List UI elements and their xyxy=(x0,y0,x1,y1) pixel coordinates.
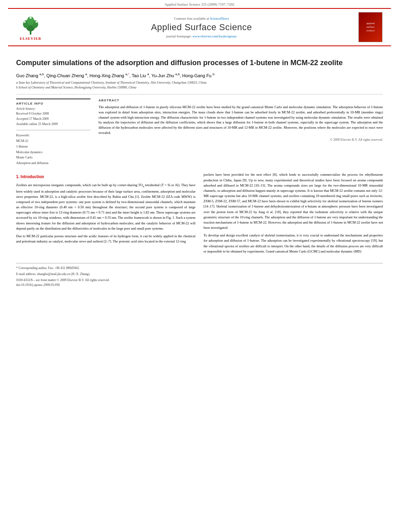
elsevier-tree-icon xyxy=(21,14,41,36)
svg-point-6 xyxy=(35,21,38,23)
keywords-list: MCM-22 1-Butene Molecular dynamics Monte… xyxy=(16,138,90,166)
info-divider xyxy=(16,130,90,130)
keyword-3: Molecular dynamics xyxy=(16,150,90,155)
copyright-line: © 2009 Elsevier B.V. All rights reserved… xyxy=(99,138,383,142)
keyword-2: 1-Butene xyxy=(16,144,90,150)
intro-para-1: Zeolites are microporous inorganic compo… xyxy=(16,183,195,231)
citation-bar: Applied Surface Science 255 (2009) 7197–… xyxy=(0,0,399,8)
history-label: Article history: xyxy=(16,107,90,111)
affiliation-a: a State key Laboratory of Theoretical an… xyxy=(16,80,383,85)
affiliation-b: b School of Chemistry and Material Scien… xyxy=(16,85,383,90)
article-content: Computer simulations of the adsorption a… xyxy=(0,46,399,296)
abstract-title: Abstract xyxy=(99,99,383,102)
cover-text: appliedsurfacescience xyxy=(366,22,375,33)
footnote-doi: doi:10.1016/j.apsusc.2009.03.058 xyxy=(16,283,383,288)
abstract-col: Abstract The adsorption and diffusion of… xyxy=(99,99,383,166)
svg-point-5 xyxy=(23,21,26,23)
keyword-1: MCM-22 xyxy=(16,138,90,144)
footnote-email: E-mail address: zhanghx@mail.jlu.edu.cn … xyxy=(16,272,383,277)
date-received: Received 9 October 2008 Accepted 17 Marc… xyxy=(16,111,90,127)
intro-two-col: 1. Introduction Zeolites are microporous… xyxy=(16,172,383,257)
journal-title: Applied Surface Science xyxy=(51,22,352,33)
journal-center: Contents lists available at ScienceDirec… xyxy=(47,16,356,38)
intro-para-3: pockets have been provided for the nest … xyxy=(204,172,383,230)
footnote-issn: 0169-4332/$ – see front matter © 2009 El… xyxy=(16,278,383,283)
citation-text: Applied Surface Science 255 (2009) 7197–… xyxy=(165,2,234,6)
article-title: Computer simulations of the adsorption a… xyxy=(16,58,383,68)
intro-para-4: To develop and design excellent catalyst… xyxy=(204,233,383,254)
svg-point-7 xyxy=(29,16,32,19)
article-info-title: Article info xyxy=(16,102,90,105)
intro-para-2: Due to MCM-22 particular porous structur… xyxy=(16,234,195,244)
abstract-text: The adsorption and diffusion of 1-butene… xyxy=(99,105,383,136)
intro-col-right: pockets have been provided for the nest … xyxy=(204,172,383,257)
affiliations: a State key Laboratory of Theoretical an… xyxy=(16,80,383,90)
intro-section-title: 1. Introduction xyxy=(16,174,195,180)
info-abstract-section: Article info Article history: Received 9… xyxy=(16,99,383,166)
footnote-area: * Corresponding author. Fax: +86 431 889… xyxy=(16,263,383,288)
keywords-label: Keywords: xyxy=(16,134,90,137)
journal-header: ELSEVIER Contents lists available at Sci… xyxy=(8,8,391,46)
keyword-4: Monte Carlo xyxy=(16,155,90,160)
article-info-col: Article info Article history: Received 9… xyxy=(16,99,90,166)
sciencedirect-link[interactable]: ScienceDirect xyxy=(210,16,229,21)
header-divider xyxy=(16,94,383,94)
body-content: 1. Introduction Zeolites are microporous… xyxy=(16,172,383,288)
journal-homepage-link[interactable]: www.elsevier.com/locate/apsusc xyxy=(193,34,237,38)
footnote-corresponding: * Corresponding author. Fax: +86 431 889… xyxy=(16,266,383,271)
journal-homepage: journal homepage: www.elsevier.com/locat… xyxy=(51,34,352,38)
cover-box: appliedsurfacescience xyxy=(358,12,383,42)
intro-col-left: 1. Introduction Zeolites are microporous… xyxy=(16,172,195,257)
authors-line: Guo Zhang a,b, Qing-Chuan Zheng a, Hong-… xyxy=(16,72,383,78)
page-wrapper: Applied Surface Science 255 (2009) 7197–… xyxy=(0,0,399,532)
elsevier-label: ELSEVIER xyxy=(20,37,41,41)
keyword-5: Adsorption and diffusion xyxy=(16,160,90,166)
sciencedirect-line: Contents lists available at ScienceDirec… xyxy=(51,16,352,21)
journal-cover-image: appliedsurfacescience xyxy=(356,12,385,42)
article-info-box: Article info Article history: Received 9… xyxy=(16,99,90,166)
elsevier-logo: ELSEVIER xyxy=(14,14,47,41)
